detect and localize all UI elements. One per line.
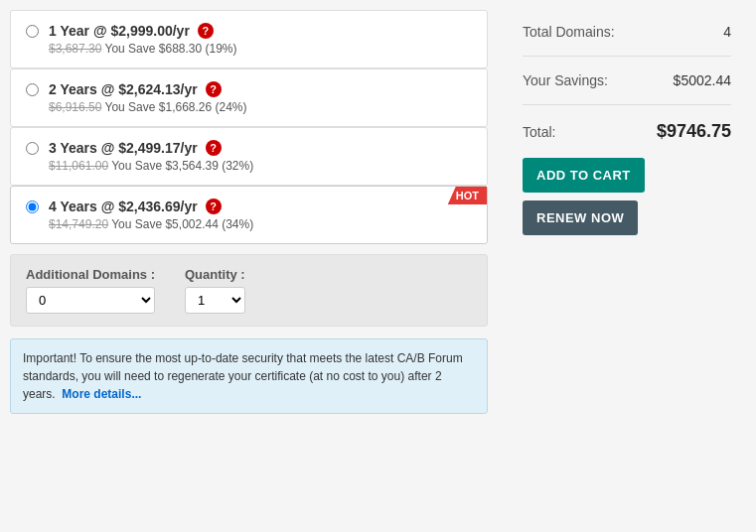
your-savings-label: Your Savings: [523,72,608,88]
plan-help-icon-3[interactable]: ? [206,140,222,156]
plan-save-text-4: You Save $5,002.44 (34%) [108,217,253,231]
main-container: 1 Year @ $2,999.00/yr?$3,687.30 You Save… [0,0,756,532]
plan-details-4: 4 Years @ $2,436.69/yr?$14,749.20 You Sa… [49,199,472,231]
plan-save-text-3: You Save $3,564.39 (32%) [108,159,253,173]
plan-original-price-4: $14,749.20 [49,217,108,231]
additional-section: Additional Domains : 012345 Quantity : 1… [10,254,488,327]
quantity-group: Quantity : 12345 [185,267,245,314]
plan-option-1: 1 Year @ $2,999.00/yr?$3,687.30 You Save… [10,10,488,68]
plan-radio-3[interactable] [26,142,39,155]
action-buttons: ADD TO CART RENEW NOW [523,158,731,235]
plan-title-3: 3 Years @ $2,499.17/yr [49,140,198,156]
total-domains-value: 4 [723,24,731,40]
total-domains-label: Total Domains: [523,24,615,40]
total-domains-row: Total Domains: 4 [523,20,731,44]
plan-help-icon-4[interactable]: ? [206,199,222,214]
plan-option-3: 3 Years @ $2,499.17/yr?$11,061.00 You Sa… [10,127,488,186]
plan-details-2: 2 Years @ $2,624.13/yr?$6,916.50 You Sav… [49,81,472,114]
divider-2 [523,104,731,105]
plan-savings-3: $11,061.00 You Save $3,564.39 (32%) [49,159,472,173]
plan-savings-2: $6,916.50 You Save $1,668.26 (24%) [49,100,472,114]
plan-title-2: 2 Years @ $2,624.13/yr [49,81,198,97]
your-savings-row: Your Savings: $5002.44 [523,68,731,92]
plan-save-text-2: You Save $1,668.26 (24%) [101,100,246,114]
additional-domains-label: Additional Domains : [26,267,155,282]
left-panel: 1 Year @ $2,999.00/yr?$3,687.30 You Save… [10,10,488,522]
total-value: $9746.75 [657,121,731,142]
right-panel: Total Domains: 4 Your Savings: $5002.44 … [508,10,746,522]
more-details-link[interactable]: More details... [62,387,141,401]
plan-help-icon-2[interactable]: ? [206,81,222,97]
hot-badge: HOT [448,187,487,204]
plan-radio-4[interactable] [26,200,39,213]
plan-help-icon-1[interactable]: ? [198,23,214,39]
plan-original-price-3: $11,061.00 [49,159,108,173]
quantity-select[interactable]: 12345 [185,287,245,314]
plan-radio-1[interactable] [26,25,39,38]
plans-container: 1 Year @ $2,999.00/yr?$3,687.30 You Save… [10,10,488,244]
plan-savings-4: $14,749.20 You Save $5,002.44 (34%) [49,217,472,231]
plan-save-text-1: You Save $688.30 (19%) [101,42,236,56]
divider-1 [523,56,731,57]
plan-radio-2[interactable] [26,83,39,96]
add-to-cart-button[interactable]: ADD TO CART [523,158,645,193]
plan-savings-1: $3,687.30 You Save $688.30 (19%) [49,42,472,56]
additional-domains-group: Additional Domains : 012345 [26,267,155,314]
plan-option-2: 2 Years @ $2,624.13/yr?$6,916.50 You Sav… [10,68,488,127]
plan-title-4: 4 Years @ $2,436.69/yr [49,199,198,214]
plan-title-1: 1 Year @ $2,999.00/yr [49,23,190,39]
plan-original-price-1: $3,687.30 [49,42,101,56]
total-row: Total: $9746.75 [523,117,731,146]
renew-now-button[interactable]: RENEW NOW [523,200,638,235]
plan-original-price-2: $6,916.50 [49,100,101,114]
quantity-label: Quantity : [185,267,245,282]
additional-domains-select[interactable]: 012345 [26,287,155,314]
plan-option-4: 4 Years @ $2,436.69/yr?$14,749.20 You Sa… [10,186,488,244]
plan-details-1: 1 Year @ $2,999.00/yr?$3,687.30 You Save… [49,23,472,56]
total-label: Total: [523,124,555,140]
your-savings-value: $5002.44 [674,72,731,88]
info-banner: Important! To ensure the most up-to-date… [10,338,488,414]
plan-details-3: 3 Years @ $2,499.17/yr?$11,061.00 You Sa… [49,140,472,173]
